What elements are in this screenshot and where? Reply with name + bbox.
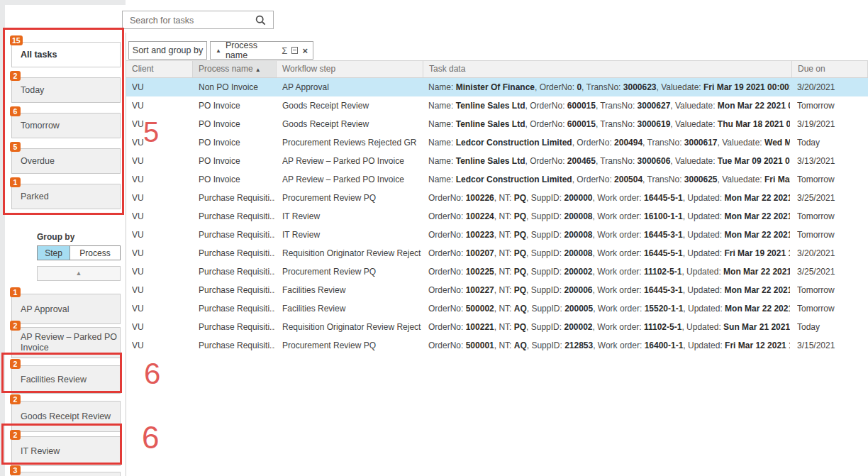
cell-client: VU: [132, 189, 191, 207]
table-header: ClientProcess name▲Workflow stepTask dat…: [126, 60, 868, 78]
sidebar-filter-all-tasks[interactable]: 15All tasks: [11, 42, 121, 67]
card-label: AP Approval: [21, 304, 69, 314]
count-badge: 2: [10, 430, 21, 440]
cell-client: VU: [132, 318, 191, 336]
cell-due-on: 3/15/2021: [797, 336, 862, 355]
cell-client: VU: [132, 281, 191, 299]
table-row[interactable]: VUPurchase Requisiti...Requisition Origi…: [126, 318, 868, 336]
table-row[interactable]: VUPO InvoiceAP Review – Parked PO Invoic…: [126, 152, 868, 170]
sidebar-step-ap-approval[interactable]: 1AP Approval: [11, 294, 121, 324]
table-row[interactable]: VUPurchase Requisiti...Procurement Revie…: [126, 262, 868, 281]
column-header-workflow-step[interactable]: Workflow step: [277, 61, 423, 77]
cell-workflow-step: IT Review: [282, 226, 421, 244]
cell-client: VU: [132, 207, 191, 226]
table-row[interactable]: VUPO InvoiceGoods Receipt ReviewName: Te…: [126, 115, 868, 133]
sidebar-filter-parked[interactable]: 1Parked: [11, 184, 121, 209]
cell-task-data: OrderNo: 100221, NT: PQ, SuppID: 200002,…: [428, 318, 790, 336]
cell-workflow-step: Facilities Review: [282, 281, 421, 299]
column-header-task-data[interactable]: Task data: [423, 61, 792, 77]
cell-due-on: Today: [797, 133, 862, 152]
sort-ascending-icon: ▲: [255, 67, 261, 73]
process-name-sort-chip[interactable]: ▲ Process name Σ ×: [210, 41, 313, 60]
cell-workflow-step: AP Approval: [282, 78, 421, 96]
cell-due-on: Today: [797, 318, 862, 336]
cell-workflow-step: IT Review: [282, 207, 421, 226]
annotation-number: 6: [144, 357, 160, 391]
cell-due-on: 3/19/2021: [797, 115, 862, 133]
count-badge: 1: [10, 177, 21, 187]
cell-workflow-step: Procurement Review PQ: [282, 189, 421, 207]
table-row[interactable]: VUPurchase Requisiti...Facilities Review…: [126, 299, 868, 318]
count-badge: 2: [10, 359, 21, 369]
table-row[interactable]: VUPO InvoiceGoods Receipt ReviewName: Te…: [126, 96, 868, 115]
cell-process-name: Purchase Requisiti...: [199, 262, 275, 281]
column-header-process-name[interactable]: Process name▲: [193, 61, 277, 77]
cell-due-on: Tomorrow: [797, 226, 862, 244]
card-label: Overdue: [21, 156, 55, 167]
card-label: Today: [21, 85, 44, 96]
sidebar-step-partial[interactable]: 3: [11, 472, 121, 476]
minimize-column-icon[interactable]: [291, 47, 298, 54]
cell-due-on: Tomorrow: [797, 207, 862, 226]
cell-client: VU: [132, 262, 191, 281]
table-row[interactable]: VUPurchase Requisiti...Procurement Revie…: [126, 336, 868, 355]
toggle-option-process[interactable]: Process: [69, 246, 120, 260]
cell-process-name: Purchase Requisiti...: [199, 226, 275, 244]
table-row[interactable]: VUPurchase Requisiti...Requisition Origi…: [126, 244, 868, 262]
table-row[interactable]: VUPurchase Requisiti...IT ReviewOrderNo:…: [126, 226, 868, 244]
count-badge: 3: [10, 465, 21, 475]
tasks-window: 15All tasks2Today6Tomorrow5Overdue1Parke…: [0, 0, 868, 476]
count-badge: 6: [10, 106, 21, 116]
card-label: IT Review: [21, 446, 60, 457]
table-row[interactable]: VUPO InvoiceAP Review – Parked PO Invoic…: [126, 170, 868, 189]
sidebar-step-it-review[interactable]: 2IT Review: [11, 436, 121, 466]
cell-process-name: PO Invoice: [199, 96, 275, 115]
cell-task-data: Name: Ledcor Construction Limited, Order…: [428, 170, 790, 189]
cell-task-data: OrderNo: 500001, NT: AQ, SuppID: 212853,…: [428, 336, 790, 355]
table-row[interactable]: VUPurchase Requisiti...Procurement Revie…: [126, 189, 868, 207]
sidebar-filter-overdue[interactable]: 5Overdue: [11, 148, 121, 174]
remove-sort-icon[interactable]: ×: [302, 45, 308, 56]
cell-process-name: PO Invoice: [199, 133, 275, 152]
count-badge: 2: [10, 321, 21, 331]
collapse-panel-button[interactable]: ▲: [37, 266, 121, 281]
cell-process-name: PO Invoice: [199, 115, 275, 133]
cell-due-on: Tomorrow: [797, 170, 862, 189]
cell-client: VU: [132, 336, 191, 355]
window-edge: [0, 0, 5, 476]
cell-task-data: OrderNo: 100227, NT: PQ, SuppID: 200006,…: [428, 281, 790, 299]
sort-and-group-button[interactable]: Sort and group by: [128, 41, 207, 60]
cell-process-name: Purchase Requisiti...: [199, 189, 275, 207]
sigma-aggregate-icon[interactable]: Σ: [282, 45, 287, 56]
card-label: Goods Receipt Review: [21, 411, 111, 422]
cell-task-data: Name: Tenline Sales Ltd, OrderNo: 600015…: [428, 115, 790, 133]
cell-client: VU: [132, 299, 191, 318]
table-row[interactable]: VUPurchase Requisiti...Facilities Review…: [126, 281, 868, 299]
cell-process-name: Purchase Requisiti...: [199, 318, 275, 336]
cell-due-on: 3/20/2021: [797, 244, 862, 262]
sidebar-step-ap-review-parked-po-invoice[interactable]: 2AP Review – Parked PO Invoice: [11, 327, 121, 358]
sidebar-filter-tomorrow[interactable]: 6Tomorrow: [11, 113, 121, 138]
cell-task-data: OrderNo: 100207, NT: PQ, SuppID: 200008,…: [428, 244, 790, 262]
toggle-option-step[interactable]: Step: [38, 246, 69, 260]
cell-workflow-step: Requisition Originator Review Rejecti...: [282, 244, 421, 262]
count-badge: 2: [10, 394, 21, 404]
cell-client: VU: [132, 152, 191, 170]
chevron-up-icon: ▲: [76, 270, 82, 277]
search-input[interactable]: [128, 13, 252, 28]
column-header-due-on[interactable]: Due on: [792, 61, 868, 77]
cell-process-name: Non PO Invoice: [199, 78, 275, 96]
sidebar-step-facilities-review[interactable]: 2Facilities Review: [11, 365, 121, 394]
card-label: All tasks: [21, 50, 57, 60]
column-header-client[interactable]: Client: [126, 61, 193, 77]
cell-workflow-step: AP Review – Parked PO Invoice: [282, 152, 421, 170]
cell-workflow-step: Procurement Review PQ: [282, 336, 421, 355]
sidebar-filter-today[interactable]: 2Today: [11, 77, 121, 103]
cell-client: VU: [132, 170, 191, 189]
search-icon[interactable]: [255, 15, 266, 26]
cell-due-on: 3/25/2021: [797, 189, 862, 207]
sidebar-step-goods-receipt-review[interactable]: 2Goods Receipt Review: [11, 401, 121, 432]
table-row[interactable]: VUPO InvoiceProcurement Reviews Rejected…: [126, 133, 868, 152]
table-row[interactable]: VUPurchase Requisiti...IT ReviewOrderNo:…: [126, 207, 868, 226]
table-row[interactable]: VUNon PO InvoiceAP ApprovalName: Ministe…: [126, 78, 868, 96]
